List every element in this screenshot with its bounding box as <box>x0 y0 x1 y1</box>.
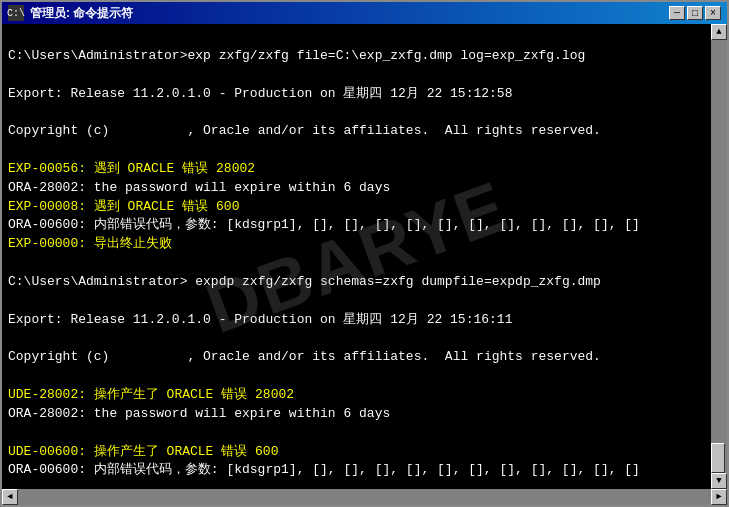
cmd-icon: C:\ <box>8 5 24 21</box>
terminal-line <box>8 66 705 85</box>
close-button[interactable]: × <box>705 6 721 20</box>
terminal-line <box>8 480 705 489</box>
title-bar: C:\ 管理员: 命令提示符 ─ □ × <box>2 2 727 24</box>
scroll-right-button[interactable]: ► <box>711 489 727 505</box>
terminal-line: EXP-00056: 遇到 ORACLE 错误 28002 <box>8 160 705 179</box>
window-title: 管理员: 命令提示符 <box>30 5 133 22</box>
terminal-line: UDE-00600: 操作产生了 ORACLE 错误 600 <box>8 443 705 462</box>
horizontal-scrollbar: ◄ ► <box>2 489 727 505</box>
terminal-line: Copyright (c) , Oracle and/or its affili… <box>8 348 705 367</box>
terminal-line: UDE-28002: 操作产生了 ORACLE 错误 28002 <box>8 386 705 405</box>
terminal-line <box>8 330 705 349</box>
scroll-thumb[interactable] <box>711 443 725 473</box>
maximize-button[interactable]: □ <box>687 6 703 20</box>
terminal-line: C:\Users\Administrator>exp zxfg/zxfg fil… <box>8 47 705 66</box>
terminal-line: ORA-00600: 内部错误代码，参数: [kdsgrp1], [], [],… <box>8 461 705 480</box>
terminal-line <box>8 292 705 311</box>
scroll-up-button[interactable]: ▲ <box>711 24 727 40</box>
terminal-line: C:\Users\Administrator> expdp zxfg/zxfg … <box>8 273 705 292</box>
terminal-line <box>8 141 705 160</box>
scroll-track[interactable] <box>711 40 727 473</box>
terminal-line: Export: Release 11.2.0.1.0 - Production … <box>8 311 705 330</box>
terminal-lines: C:\Users\Administrator>exp zxfg/zxfg fil… <box>8 28 705 489</box>
scroll-h-track[interactable] <box>18 489 711 505</box>
terminal-line: EXP-00000: 导出终止失败 <box>8 235 705 254</box>
terminal-line: ORA-28002: the password will expire with… <box>8 179 705 198</box>
scroll-left-button[interactable]: ◄ <box>2 489 18 505</box>
terminal-line: EXP-00008: 遇到 ORACLE 错误 600 <box>8 198 705 217</box>
terminal-output[interactable]: DBARYE C:\Users\Administrator>exp zxfg/z… <box>2 24 711 489</box>
scroll-down-button[interactable]: ▼ <box>711 473 727 489</box>
terminal-line: ORA-28002: the password will expire with… <box>8 405 705 424</box>
title-bar-buttons: ─ □ × <box>669 6 721 20</box>
cmd-window: C:\ 管理员: 命令提示符 ─ □ × DBARYE C:\Users\Adm… <box>0 0 729 507</box>
window-body: DBARYE C:\Users\Administrator>exp zxfg/z… <box>2 24 727 489</box>
terminal-line: Export: Release 11.2.0.1.0 - Production … <box>8 85 705 104</box>
terminal-line <box>8 367 705 386</box>
terminal-line: ORA-00600: 内部错误代码，参数: [kdsgrp1], [], [],… <box>8 216 705 235</box>
terminal-line <box>8 424 705 443</box>
title-bar-left: C:\ 管理员: 命令提示符 <box>8 5 133 22</box>
terminal-line <box>8 254 705 273</box>
minimize-button[interactable]: ─ <box>669 6 685 20</box>
vertical-scrollbar: ▲ ▼ <box>711 24 727 489</box>
terminal-line <box>8 103 705 122</box>
terminal-line <box>8 28 705 47</box>
terminal-line: Copyright (c) , Oracle and/or its affili… <box>8 122 705 141</box>
